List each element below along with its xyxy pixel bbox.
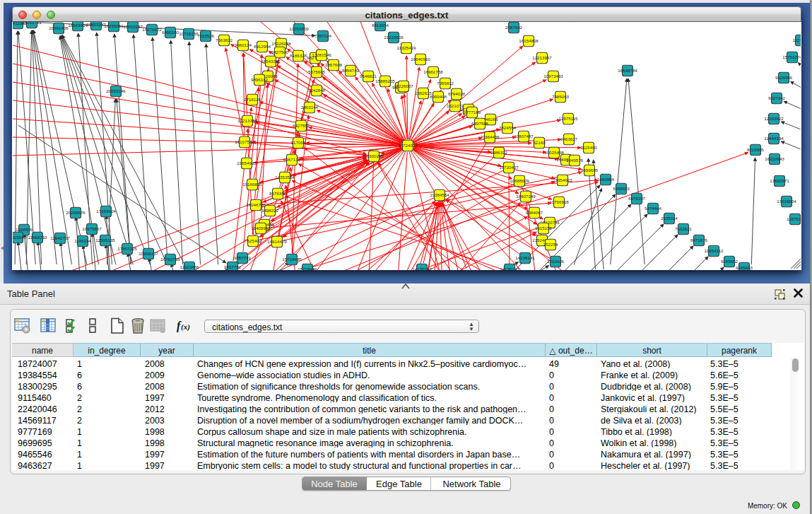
svg-text:10025438: 10025438 (544, 150, 564, 155)
svg-text:20691406: 20691406 (49, 25, 69, 30)
svg-text:16648784: 16648784 (618, 68, 637, 73)
svg-text:10756928: 10756928 (549, 199, 569, 204)
svg-text:6497568: 6497568 (471, 121, 489, 126)
svg-text:6794028: 6794028 (448, 91, 466, 96)
svg-text:(x): (x) (181, 322, 190, 332)
svg-text:9227342: 9227342 (768, 95, 786, 100)
svg-text:9084067: 9084067 (526, 210, 543, 215)
svg-text:8813054: 8813054 (372, 23, 389, 28)
svg-text:15885205: 15885205 (375, 78, 395, 83)
svg-text:17016504: 17016504 (777, 199, 796, 204)
svg-text:16543382: 16543382 (261, 59, 281, 64)
svg-text:3824554: 3824554 (499, 125, 517, 130)
svg-text:15226058: 15226058 (271, 41, 291, 46)
svg-text:15720407: 15720407 (499, 165, 519, 170)
svg-text:12093822: 12093822 (764, 116, 784, 121)
svg-text:8454749: 8454749 (342, 68, 360, 73)
svg-text:8427552: 8427552 (293, 123, 310, 128)
svg-text:17957225: 17957225 (117, 246, 137, 251)
svg-text:13692971: 13692971 (770, 178, 789, 183)
svg-text:15718485: 15718485 (282, 257, 302, 262)
svg-text:7485063: 7485063 (552, 94, 570, 99)
svg-text:9245652: 9245652 (721, 259, 739, 264)
svg-text:3498222: 3498222 (261, 208, 279, 213)
svg-text:9896162: 9896162 (251, 77, 269, 82)
svg-text:1145194: 1145194 (74, 238, 91, 243)
svg-text:9242848: 9242848 (308, 88, 326, 93)
svg-text:1640954: 1640954 (597, 177, 615, 182)
svg-text:1733426: 1733426 (547, 259, 565, 264)
svg-text:13281546: 13281546 (312, 52, 331, 57)
svg-text:8471676: 8471676 (690, 238, 708, 243)
svg-text:12444194: 12444194 (764, 136, 784, 141)
svg-text:5675685: 5675685 (308, 69, 326, 74)
svg-text:1167533: 1167533 (787, 216, 801, 221)
svg-text:2867608: 2867608 (325, 62, 343, 67)
svg-text:7986322: 7986322 (490, 150, 508, 155)
svg-text:8990448: 8990448 (430, 94, 447, 99)
svg-text:11923466: 11923466 (180, 264, 199, 269)
svg-text:16640910: 16640910 (411, 57, 430, 62)
svg-text:10853287: 10853287 (86, 22, 106, 27)
svg-text:8912954: 8912954 (254, 44, 271, 49)
svg-text:18563954: 18563954 (68, 23, 88, 28)
svg-text:9827500: 9827500 (271, 49, 289, 54)
svg-text:16210643: 16210643 (765, 156, 784, 161)
svg-text:19166825: 19166825 (242, 182, 262, 187)
svg-text:9474444: 9474444 (645, 206, 662, 211)
svg-text:20364436: 20364436 (480, 134, 500, 139)
svg-text:9777169: 9777169 (464, 110, 481, 115)
svg-text:9660124: 9660124 (235, 42, 252, 47)
svg-text:10973493: 10973493 (543, 74, 563, 78)
svg-text:20053346: 20053346 (106, 88, 126, 93)
svg-text:10719155: 10719155 (179, 31, 199, 36)
svg-text:1549576: 1549576 (566, 158, 584, 163)
svg-text:16258061: 16258061 (104, 23, 124, 28)
svg-text:1117553: 1117553 (792, 37, 801, 42)
svg-text:15718486: 15718486 (298, 267, 317, 270)
svg-text:12942737: 12942737 (50, 235, 70, 240)
svg-text:15276072: 15276072 (142, 27, 162, 32)
svg-text:10053809: 10053809 (289, 26, 309, 31)
svg-text:14136143: 14136143 (500, 267, 519, 270)
svg-text:8215955: 8215955 (747, 147, 765, 152)
svg-text:1938506: 1938506 (16, 227, 33, 232)
svg-text:10654112: 10654112 (704, 248, 724, 253)
svg-text:19654925: 19654925 (237, 160, 257, 165)
svg-text:16961758: 16961758 (423, 69, 443, 74)
svg-text:16914479: 16914479 (267, 239, 287, 244)
svg-text:19218506: 19218506 (384, 35, 404, 40)
svg-text:9857792: 9857792 (224, 264, 242, 269)
svg-text:2935114: 2935114 (661, 216, 678, 221)
svg-text:14136141: 14136141 (515, 255, 535, 260)
svg-text:7632621: 7632621 (675, 226, 693, 231)
svg-text:9699695: 9699695 (581, 168, 599, 173)
svg-text:8678352: 8678352 (269, 191, 287, 196)
svg-text:12505135: 12505135 (95, 238, 115, 243)
svg-text:6879197: 6879197 (628, 196, 646, 201)
svg-text:18724007: 18724007 (398, 143, 418, 148)
svg-text:917006: 917006 (291, 140, 306, 145)
svg-text:14136142: 14136142 (412, 267, 432, 270)
svg-text:2718126: 2718126 (244, 97, 261, 102)
svg-text:18807249: 18807249 (516, 194, 536, 199)
svg-text:12213369: 12213369 (237, 118, 257, 123)
svg-text:12213967: 12213967 (532, 55, 552, 60)
svg-text:9857791: 9857791 (234, 255, 252, 260)
svg-text:11325419: 11325419 (396, 45, 416, 50)
svg-text:7625402: 7625402 (245, 238, 262, 243)
svg-text:20206576: 20206576 (66, 210, 86, 215)
svg-text:10653257: 10653257 (123, 24, 143, 29)
svg-text:12975115: 12975115 (558, 116, 578, 121)
svg-text:16782759: 16782759 (160, 257, 180, 262)
svg-text:16107552: 16107552 (235, 139, 254, 144)
svg-text:9115460: 9115460 (580, 145, 597, 150)
svg-text:16154808: 16154808 (519, 38, 539, 43)
svg-text:11409948: 11409948 (251, 226, 271, 230)
svg-text:15751074: 15751074 (782, 54, 801, 59)
svg-text:9146821: 9146821 (360, 74, 377, 78)
svg-text:7357224: 7357224 (314, 33, 332, 38)
svg-text:6466160: 6466160 (162, 30, 180, 35)
svg-text:10958107: 10958107 (139, 251, 158, 256)
svg-text:10688609: 10688609 (510, 178, 529, 183)
